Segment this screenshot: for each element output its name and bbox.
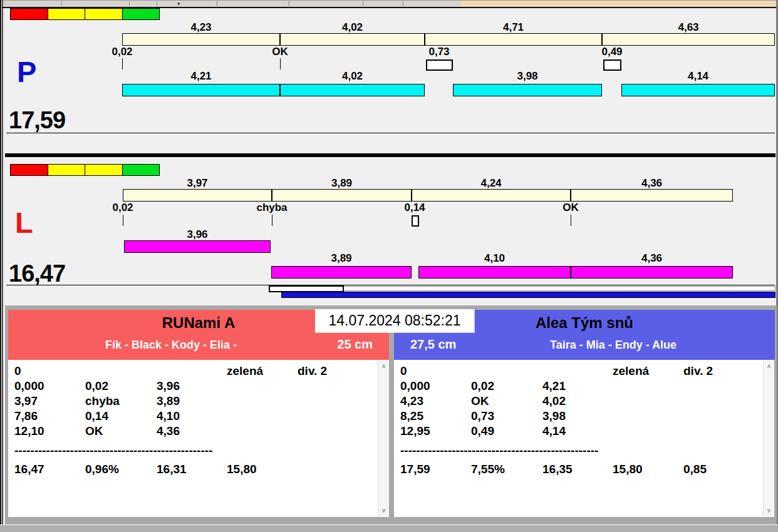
- split-time-label: 4,71: [503, 22, 524, 33]
- split-bar-segment: [571, 189, 733, 202]
- table-cell: 4,23: [400, 395, 423, 408]
- lane-l-underline: [6, 285, 775, 285]
- toolbar-separator: [289, 1, 289, 6]
- table-cell: 0,000: [400, 380, 430, 393]
- status-color-box: [85, 8, 123, 20]
- table-cell: 16,47: [14, 463, 44, 476]
- status-color-box: [122, 8, 160, 20]
- crossing-tick: [280, 58, 281, 69]
- window-left-edge: [0, 0, 1, 532]
- table-row: 12,950,494,14: [394, 425, 774, 440]
- run-time-label: 4,21: [190, 71, 211, 81]
- team-left-size-category: 25 cm: [337, 337, 373, 352]
- toolbar-separator: [61, 1, 62, 6]
- table-row: 0,0000,024,21: [394, 380, 774, 395]
- table-cell: 0,96%: [85, 463, 119, 476]
- crossing-tick: [272, 215, 272, 226]
- toolbar-separator: [129, 1, 130, 6]
- split-bar-segment: [602, 33, 775, 46]
- toolbar-strip[interactable]: [3, 1, 461, 7]
- crossing-label: chyba: [256, 202, 287, 213]
- status-color-box: [48, 8, 86, 20]
- crossing-box: [412, 215, 419, 227]
- table-row: 8,250,733,98: [394, 410, 774, 425]
- split-bar-segment: [272, 189, 412, 202]
- status-color-box: [122, 164, 160, 176]
- table-cell: 4,36: [157, 425, 180, 438]
- table-cell: 8,25: [400, 410, 423, 423]
- toolbar-separator: [403, 1, 403, 6]
- split-time-label: 4,36: [641, 178, 662, 188]
- table-cell: 16,31: [157, 463, 187, 476]
- run-time-label: 3,98: [517, 71, 537, 81]
- team-left-members: Fík - Black - Kody - Elia -: [8, 339, 334, 352]
- crossing-label: 0,73: [428, 46, 449, 57]
- table-cell: 4,02: [542, 395, 566, 408]
- split-bar-segment: [425, 33, 602, 46]
- table-cell: 0,73: [471, 410, 494, 423]
- scroll-down-icon[interactable]: ∨: [378, 508, 389, 514]
- run-time-label: 3,96: [187, 229, 207, 240]
- status-color-box: [48, 164, 86, 176]
- lane-p-underline: [6, 133, 775, 133]
- run-time-label: 4,02: [342, 71, 363, 81]
- run-time-label: 4,10: [484, 253, 505, 263]
- table-row: ----------------------------------------…: [394, 444, 774, 459]
- table-cell: 16,35: [542, 463, 573, 476]
- split-bar-segment: [280, 33, 425, 46]
- table-cell: 3,89: [157, 395, 180, 408]
- status-color-box: [10, 164, 48, 176]
- dropdown-arrow-icon[interactable]: ▾: [177, 1, 180, 7]
- team-right-results-table[interactable]: 0zelenádiv. 20,0000,024,214,23OK4,028,25…: [394, 360, 774, 517]
- table-cell: 4,21: [542, 380, 566, 393]
- lane-p-total-time: 17,59: [9, 108, 65, 132]
- scroll-down-icon[interactable]: ∨: [764, 508, 774, 514]
- titlebar-accent: [461, 1, 776, 7]
- lane-p-letter: P: [17, 57, 36, 86]
- table-cell: div. 2: [298, 365, 327, 378]
- table-cell: 15,80: [227, 463, 257, 476]
- table-cell: 7,86: [14, 410, 38, 423]
- table-cell: 0,14: [85, 410, 108, 423]
- team-right-scrollbar[interactable]: ∧ ∨: [763, 361, 774, 516]
- table-row: 12,10OK4,36: [8, 425, 389, 440]
- table-cell: 4,10: [157, 410, 180, 423]
- scroll-up-icon[interactable]: ∧: [378, 363, 389, 369]
- table-cell: 17,59: [400, 463, 430, 476]
- run-time-label: 4,14: [688, 71, 708, 81]
- lane-l-status-boxes: [11, 164, 160, 176]
- run-bar: [124, 240, 271, 253]
- table-cell: 12,95: [400, 425, 430, 438]
- crossing-label: 0,49: [601, 46, 622, 57]
- team-left-scrollbar[interactable]: ∧ ∨: [378, 361, 389, 516]
- table-cell: 0,49: [471, 425, 494, 438]
- table-row: ----------------------------------------…: [8, 444, 389, 459]
- crossing-tick: [571, 215, 571, 226]
- team-left-results-table[interactable]: 0zelenádiv. 20,0000,023,963,97chyba3,897…: [8, 360, 389, 517]
- separator-dashes: ----------------------------------------…: [14, 444, 212, 458]
- split-bar-segment: [122, 33, 280, 46]
- toolbar-separator: [217, 1, 217, 6]
- status-band: [0, 524, 778, 532]
- split-time-label: 3,97: [187, 178, 207, 188]
- split-time-label: 4,63: [678, 22, 698, 33]
- table-row: 7,860,144,10: [8, 410, 389, 425]
- split-bar-segment: [123, 189, 272, 202]
- table-row: 17,597,55%16,3515,800,85: [394, 463, 774, 478]
- status-color-box: [85, 164, 123, 176]
- run-bar: [280, 84, 425, 96]
- table-cell: 0,02: [471, 380, 494, 393]
- table-cell: 4,14: [542, 425, 566, 438]
- progress-bar: [281, 292, 775, 298]
- run-bar: [453, 84, 602, 96]
- table-cell: 0: [14, 365, 21, 378]
- split-time-label: 3,89: [331, 178, 352, 188]
- lane-divider: [5, 153, 775, 157]
- crossing-label: OK: [272, 46, 288, 57]
- lane-l-total-time: 16,47: [9, 262, 65, 285]
- separator-dashes: ----------------------------------------…: [400, 444, 598, 458]
- table-cell: 3,97: [14, 395, 38, 408]
- scroll-up-icon[interactable]: ∧: [764, 363, 774, 369]
- datetime-display: 14.07.2024 08:52:21: [315, 309, 475, 333]
- table-cell: zelená: [613, 365, 649, 378]
